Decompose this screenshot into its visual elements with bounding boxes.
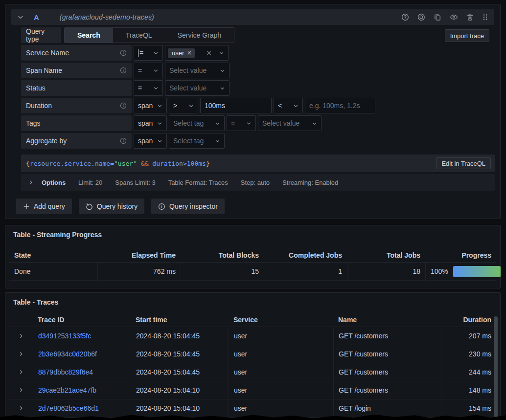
remove-chip-icon[interactable] bbox=[187, 50, 192, 55]
cell-name: GET /customers bbox=[333, 327, 441, 345]
expand-row-icon[interactable] bbox=[18, 369, 24, 375]
duplicate-query-icon[interactable] bbox=[434, 13, 441, 21]
cell-duration: 148 ms bbox=[441, 381, 496, 399]
info-icon[interactable] bbox=[120, 137, 127, 144]
query-type-label: Query type bbox=[21, 27, 61, 43]
span-name-value-select[interactable]: Select value bbox=[165, 63, 230, 78]
options-toggle-label: Options bbox=[42, 179, 66, 186]
chevron-down-icon bbox=[290, 103, 299, 109]
tags-operator-select[interactable]: = bbox=[227, 115, 256, 131]
status-value-select[interactable]: Select value bbox=[165, 80, 230, 96]
duration-scope-select[interactable]: span bbox=[134, 98, 167, 113]
col-service[interactable]: Service bbox=[229, 316, 333, 324]
add-query-button[interactable]: Add query bbox=[16, 199, 72, 214]
chevron-down-icon bbox=[154, 103, 162, 109]
tab-search[interactable]: Search bbox=[65, 28, 113, 43]
col-total-blocks[interactable]: Total Blocks bbox=[181, 251, 264, 259]
trace-id-link[interactable]: 8879dbbc829f6e4 bbox=[38, 368, 93, 376]
history-icon bbox=[86, 203, 93, 210]
info-icon[interactable] bbox=[120, 102, 127, 109]
tab-traceql[interactable]: TraceQL bbox=[113, 28, 165, 43]
clear-value-icon[interactable] bbox=[206, 50, 212, 56]
col-total-jobs[interactable]: Total Jobs bbox=[347, 251, 425, 259]
drag-handle-icon[interactable] bbox=[482, 13, 488, 21]
record-datasource-icon[interactable] bbox=[417, 13, 425, 21]
stream-table-row: Done 762 ms 15 1 18 100% bbox=[9, 263, 496, 281]
expand-row-icon[interactable] bbox=[18, 387, 24, 393]
import-trace-button[interactable]: Import trace bbox=[445, 29, 489, 42]
col-start-time[interactable]: Start time bbox=[131, 316, 229, 324]
tags-scope-select[interactable]: span bbox=[134, 115, 167, 131]
options-collapsible-row[interactable]: Options Limit: 20 Spans Limit: 3 Table F… bbox=[21, 174, 495, 191]
panel-title[interactable]: Table - Streaming Progress bbox=[13, 231, 102, 239]
collapse-query-icon[interactable] bbox=[17, 14, 24, 21]
col-duration[interactable]: Duration bbox=[441, 316, 496, 324]
table-row: 2d7e8062b5ce66d1 2024-08-20 15:04:10 use… bbox=[9, 399, 496, 418]
chevron-down-icon bbox=[217, 86, 225, 91]
col-elapsed-time[interactable]: Elapsed Time bbox=[97, 251, 181, 259]
duration-max-operator-select[interactable]: < bbox=[274, 98, 303, 113]
span-name-label: Span Name bbox=[21, 63, 132, 78]
cell-duration: 154 ms bbox=[441, 399, 496, 417]
plus-icon bbox=[23, 203, 30, 210]
option-step: Step: auto bbox=[241, 179, 270, 186]
expand-row-icon[interactable] bbox=[18, 333, 24, 339]
chevron-down-icon bbox=[154, 121, 162, 126]
cell-completed-jobs: 1 bbox=[264, 263, 347, 280]
scrollbar-thumb[interactable] bbox=[494, 316, 498, 420]
service-name-operator-select[interactable]: = bbox=[134, 45, 163, 61]
cell-service: user bbox=[229, 381, 333, 399]
trace-id-link[interactable]: 2b3e6934c0d20b6f bbox=[38, 350, 97, 358]
chevron-down-icon bbox=[150, 68, 159, 73]
value-chip[interactable]: user bbox=[168, 48, 195, 58]
span-name-operator-select[interactable]: = bbox=[134, 63, 163, 78]
info-icon[interactable] bbox=[120, 49, 127, 56]
toggle-visibility-icon[interactable] bbox=[450, 13, 458, 21]
cell-progress: 100% bbox=[425, 263, 506, 280]
col-name[interactable]: Name bbox=[333, 316, 441, 324]
duration-min-operator-select[interactable]: > bbox=[169, 98, 198, 113]
duration-min-input[interactable]: 100ms bbox=[200, 98, 272, 113]
table-scrollbar bbox=[494, 316, 498, 420]
info-icon[interactable] bbox=[120, 67, 127, 74]
aggregate-tag-select[interactable]: Select tag bbox=[169, 133, 225, 149]
aggregate-scope-select[interactable]: span bbox=[134, 133, 167, 149]
expand-row-icon[interactable] bbox=[18, 405, 24, 411]
edit-in-traceql-button[interactable]: Edit in TraceQL bbox=[436, 157, 491, 169]
col-trace-id[interactable]: Trace ID bbox=[33, 316, 131, 324]
duration-max-input[interactable]: e.g. 100ms, 1.2s bbox=[305, 98, 375, 113]
delete-query-icon[interactable] bbox=[466, 13, 474, 21]
trace-id-link[interactable]: 2d7e8062b5ce66d1 bbox=[38, 404, 99, 412]
option-streaming: Streaming: Enabled bbox=[282, 179, 338, 186]
col-progress[interactable]: Progress bbox=[425, 251, 496, 259]
table-row: 29cae2b21ace47fb 2024-08-20 15:04:10 use… bbox=[9, 381, 496, 399]
query-history-button[interactable]: Query history bbox=[79, 199, 144, 214]
help-icon[interactable] bbox=[401, 13, 409, 21]
traces-table-header: Trace ID Start time Service Name Duratio… bbox=[9, 312, 496, 327]
cell-service: user bbox=[229, 399, 333, 417]
cell-start-time: 2024-08-20 15:04:10 bbox=[131, 381, 229, 399]
cell-elapsed-time: 762 ms bbox=[97, 263, 181, 280]
col-completed-jobs[interactable]: Completed Jobs bbox=[264, 251, 347, 259]
cell-service: user bbox=[229, 363, 333, 381]
streaming-progress-panel: Table - Streaming Progress State Elapsed… bbox=[5, 225, 501, 288]
query-row-header[interactable]: A (grafanacloud-sedemo-traces) bbox=[11, 9, 494, 25]
option-limit: Limit: 20 bbox=[78, 179, 102, 186]
trace-id-link[interactable]: d3491253133f5fc bbox=[38, 332, 91, 340]
traces-table-panel: Table - Traces Trace ID Start time Servi… bbox=[5, 292, 501, 420]
service-name-value-multiselect[interactable]: user bbox=[165, 45, 229, 61]
expand-row-icon[interactable] bbox=[18, 351, 24, 357]
trace-id-link[interactable]: 29cae2b21ace47fb bbox=[38, 386, 96, 394]
panel-title[interactable]: Table - Traces bbox=[13, 298, 58, 306]
tags-tag-select[interactable]: Select tag bbox=[169, 115, 225, 131]
text-cursor bbox=[138, 49, 138, 57]
query-inspector-button[interactable]: Query inspector bbox=[151, 199, 225, 214]
cell-duration: 207 ms bbox=[441, 327, 496, 345]
tab-service-graph[interactable]: Service Graph bbox=[165, 28, 234, 43]
query-editor-panel: A (grafanacloud-sedemo-traces) bbox=[5, 4, 501, 219]
info-circle-icon bbox=[158, 203, 165, 210]
col-state[interactable]: State bbox=[9, 251, 97, 259]
status-operator-select[interactable]: = bbox=[134, 80, 163, 96]
duration-label: Duration bbox=[21, 98, 132, 113]
tags-value-select[interactable]: Select value bbox=[258, 115, 322, 131]
